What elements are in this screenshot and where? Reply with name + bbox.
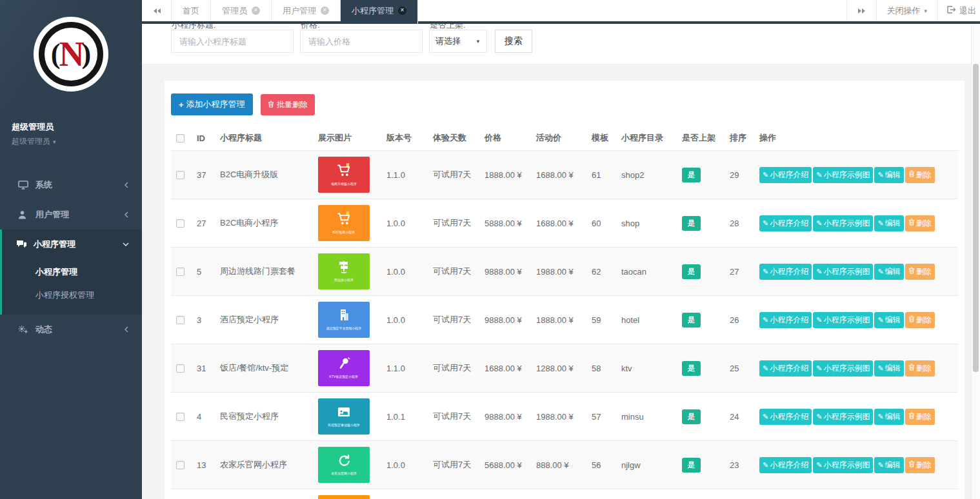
row-checkbox[interactable] <box>176 219 185 228</box>
on-shelf-badge[interactable]: 是 <box>682 458 701 473</box>
row-checkbox[interactable] <box>176 268 185 276</box>
on-shelf-cell: 是 <box>677 344 725 393</box>
select-arrow-icon: ▼ <box>475 39 481 44</box>
edit-button[interactable]: ✎编辑 <box>874 457 903 473</box>
delete-button[interactable]: 删除 <box>905 264 935 280</box>
search-button[interactable]: 搜索 <box>495 30 532 53</box>
on-shelf-badge[interactable]: 是 <box>682 168 701 182</box>
on-shelf-badge[interactable]: 是 <box>682 313 701 328</box>
row-actions-cell: ✎小程序介绍✎小程序示例图✎编辑删除 <box>754 441 958 489</box>
miniapp-examples-button[interactable]: ✎小程序示例图 <box>813 215 873 231</box>
on-shelf-cell: 是 <box>677 441 725 489</box>
row-checkbox[interactable] <box>176 364 185 373</box>
add-miniapp-button[interactable]: + 添加小程序管理 <box>171 93 253 115</box>
logout-label: 退出 <box>959 5 976 17</box>
table-row: 27B2C电商小程序B2C电商小程序1.0.0可试用7天5888.00 ¥168… <box>171 199 958 248</box>
edit-icon: ✎ <box>816 317 822 324</box>
sidebar-item-system[interactable]: 系统 <box>2 170 142 200</box>
on-shelf-badge[interactable]: 是 <box>682 264 701 279</box>
tab-home[interactable]: 首页 <box>172 0 211 21</box>
batch-delete-button[interactable]: 批量删除 <box>261 94 315 115</box>
edit-icon: ✎ <box>763 365 768 372</box>
edit-icon: ✎ <box>763 268 768 275</box>
edit-button[interactable]: ✎编辑 <box>874 312 903 328</box>
price <box>479 489 531 499</box>
sidebar-item-miniapp-management[interactable]: 小程序管理 <box>2 230 142 259</box>
edit-button[interactable]: ✎编辑 <box>874 409 903 425</box>
tab-user-management[interactable]: 用户管理× <box>272 0 341 21</box>
row-checkbox[interactable] <box>176 171 185 179</box>
edit-button[interactable]: ✎编辑 <box>874 264 903 280</box>
miniapp-examples-button[interactable]: ✎小程序示例图 <box>813 409 873 425</box>
scroll-tabs-right-button[interactable] <box>846 0 876 21</box>
collapse-tabs-button[interactable] <box>142 0 172 21</box>
miniapp-id: 37 <box>192 151 215 199</box>
miniapp-examples-button[interactable]: ✎小程序示例图 <box>813 360 873 377</box>
search-shelf-label: 是否上架: <box>430 24 466 31</box>
sidebar-subitem-miniapp-auth-management[interactable]: 小程序授权管理 <box>2 284 142 307</box>
miniapp-intro-button[interactable]: ✎小程序介绍 <box>759 409 812 425</box>
activity-price: 888.00 ¥ <box>531 441 586 489</box>
miniapp-thumbnail <box>318 495 370 499</box>
on-shelf-badge[interactable]: 是 <box>682 409 701 424</box>
delete-button[interactable]: 删除 <box>905 312 935 328</box>
miniapp-intro-button[interactable]: ✎小程序介绍 <box>759 312 812 328</box>
on-shelf-badge[interactable]: 是 <box>682 216 701 231</box>
tab-close-icon[interactable]: × <box>398 6 406 15</box>
table-row: 是✎小程序介绍✎小程序示例图✎编辑删除 <box>171 489 958 499</box>
miniapp-thumbnail: 酒店预定平台营销小程序 <box>318 302 370 338</box>
miniapp-intro-button[interactable]: ✎小程序介绍 <box>759 360 812 377</box>
edit-button[interactable]: ✎编辑 <box>874 215 903 231</box>
tab-close-icon[interactable]: × <box>321 6 329 15</box>
edit-button[interactable]: ✎编辑 <box>874 360 903 377</box>
miniapp-title: B2C电商小程序 <box>215 199 313 248</box>
sidebar-item-dynamic[interactable]: 动态 <box>2 315 142 344</box>
delete-button[interactable]: 删除 <box>905 167 935 183</box>
directory: shop2 <box>616 151 677 199</box>
select-all-checkbox[interactable] <box>176 134 185 142</box>
delete-button[interactable]: 删除 <box>905 457 935 473</box>
sidebar-subitem-miniapp-management[interactable]: 小程序管理 <box>2 260 142 284</box>
search-title-label: 小程序标题: <box>172 24 216 31</box>
miniapp-thumbnail-cell: KTV饭店预定小程序 <box>313 344 381 393</box>
on-shelf-select-value: 请选择 <box>435 35 461 47</box>
miniapp-id: 31 <box>192 344 215 393</box>
row-checkbox[interactable] <box>176 316 185 324</box>
on-shelf-badge[interactable]: 是 <box>682 361 701 376</box>
price: 5688.00 ¥ <box>479 441 531 489</box>
price-input[interactable] <box>300 30 423 53</box>
edit-button[interactable]: ✎编辑 <box>874 167 903 183</box>
delete-button[interactable]: 删除 <box>905 409 935 425</box>
user-role-dropdown[interactable]: 超级管理员 ▾ <box>0 133 142 147</box>
close-operations-dropdown[interactable]: 关闭操作 ▾ <box>876 0 937 21</box>
miniapp-thumbnail-cell: 电商升级版小程序 <box>313 151 381 199</box>
miniapp-id: 13 <box>192 441 215 489</box>
miniapp-examples-button[interactable]: ✎小程序示例图 <box>813 457 873 473</box>
miniapp-intro-button[interactable]: ✎小程序介绍 <box>759 264 812 280</box>
miniapp-examples-button[interactable]: ✎小程序示例图 <box>813 167 873 183</box>
on-shelf-cell: 是 <box>677 393 725 441</box>
activity-price: 1988.00 ¥ <box>531 248 586 296</box>
tab-close-icon[interactable]: × <box>252 6 260 15</box>
tab-label: 首页 <box>183 5 199 17</box>
miniapp-intro-button[interactable]: ✎小程序介绍 <box>759 215 812 231</box>
miniapp-intro-button[interactable]: ✎小程序介绍 <box>759 457 812 473</box>
tab-miniapp-management[interactable]: 小程序管理× <box>341 0 418 24</box>
sidebar: ( N ) 超级管理员 超级管理员 ▾ 系统用户管理小程序管理小程序管理小程序授… <box>0 0 142 499</box>
logout-button[interactable]: 退出 <box>937 0 980 21</box>
main-area: 首页管理员×用户管理×小程序管理× 关闭操作 ▾ 退出 小程序标题: <box>142 0 980 499</box>
delete-button[interactable]: 删除 <box>905 360 935 377</box>
miniapp-examples-button[interactable]: ✎小程序示例图 <box>813 264 873 280</box>
sidebar-item-user-management[interactable]: 用户管理 <box>2 200 142 230</box>
scrollbar-thumb[interactable] <box>973 64 979 372</box>
on-shelf-select[interactable]: 请选择 ▼ <box>429 30 487 53</box>
miniapp-examples-button[interactable]: ✎小程序示例图 <box>813 312 873 328</box>
miniapp-intro-button[interactable]: ✎小程序介绍 <box>759 167 812 183</box>
miniapp-title-input[interactable] <box>171 30 294 53</box>
delete-button[interactable]: 删除 <box>905 215 935 231</box>
activity-price: 1888.00 ¥ <box>531 296 586 344</box>
tab-admin[interactable]: 管理员× <box>211 0 272 21</box>
template-id: 62 <box>586 248 616 296</box>
row-checkbox[interactable] <box>176 413 185 421</box>
row-checkbox[interactable] <box>176 461 185 469</box>
